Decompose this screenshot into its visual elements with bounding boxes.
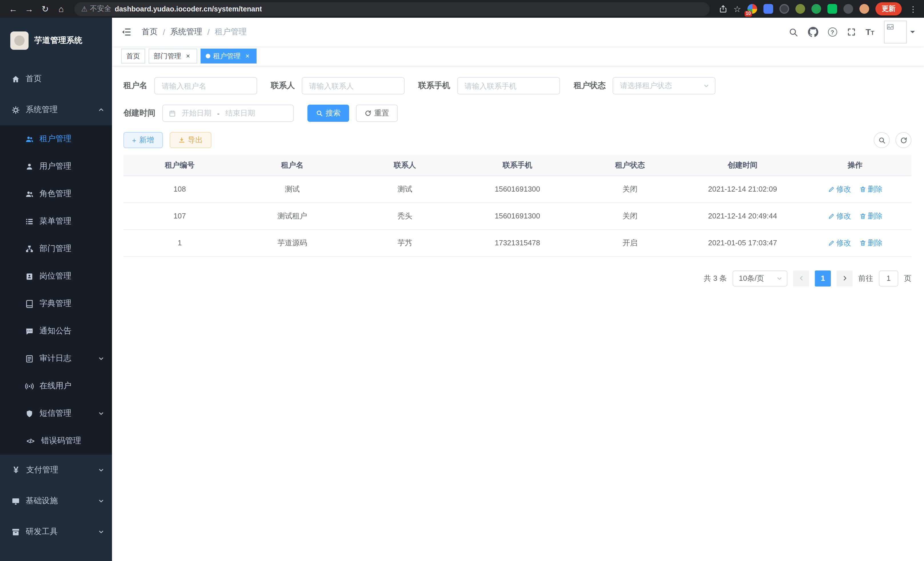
chevron-down-icon: [704, 83, 709, 89]
next-page-button[interactable]: [837, 270, 853, 286]
sidebar-item-user[interactable]: 用户管理: [0, 153, 112, 180]
extension-badge: 10: [745, 11, 752, 17]
tag-tenant[interactable]: 租户管理 ×: [201, 49, 256, 63]
home-icon: [11, 75, 20, 83]
list-icon: [25, 217, 34, 226]
sidebar-item-dept[interactable]: 部门管理: [0, 235, 112, 262]
contact-input[interactable]: [302, 77, 405, 94]
chat-icon: [25, 327, 34, 335]
broken-image-icon: [886, 23, 894, 31]
extension-icon[interactable]: [795, 4, 805, 14]
browser-reload-button[interactable]: ↻: [38, 2, 52, 16]
sidebar-item-menu[interactable]: 菜单管理: [0, 208, 112, 235]
search-button-label: 搜索: [326, 108, 340, 118]
browser-home-button[interactable]: ⌂: [54, 2, 69, 16]
not-secure-indicator[interactable]: ⚠ 不安全: [81, 4, 111, 14]
search-icon[interactable]: [788, 27, 798, 37]
extension-icon[interactable]: [812, 4, 821, 14]
tenant-name-input[interactable]: [154, 77, 257, 94]
pagination: 共 3 条 10条/页 1 前往 页: [123, 270, 911, 286]
github-icon[interactable]: [808, 27, 818, 37]
extension-icon[interactable]: [764, 4, 773, 14]
extension-icon[interactable]: [779, 4, 789, 14]
share-icon[interactable]: [718, 5, 727, 13]
col-status: 租户状态: [574, 155, 686, 176]
edit-link[interactable]: 修改: [828, 238, 851, 248]
close-icon[interactable]: ×: [184, 52, 192, 60]
search-button[interactable]: 搜索: [308, 105, 349, 122]
sidebar-item-dict[interactable]: 字典管理: [0, 290, 112, 317]
page-content: 租户名 联系人 联系手机 租户状态 请选择租户状态: [112, 66, 924, 561]
sidebar-item-role[interactable]: 角色管理: [0, 180, 112, 208]
reset-button-label: 重置: [374, 108, 389, 118]
sidebar-item-infra[interactable]: 基础设施: [0, 486, 112, 516]
close-icon[interactable]: ×: [243, 52, 251, 60]
sidebar-item-error-code[interactable]: </> 错误码管理: [0, 427, 112, 455]
extension-icon[interactable]: [827, 4, 837, 14]
reset-button[interactable]: 重置: [356, 105, 398, 122]
sidebar-item-sms[interactable]: 短信管理: [0, 400, 112, 427]
toggle-search-button[interactable]: [874, 132, 890, 148]
bookmark-star-icon[interactable]: ☆: [734, 4, 741, 14]
col-phone: 联系手机: [461, 155, 574, 176]
sidebar-item-label: 字典管理: [39, 299, 71, 309]
header: 首页 / 系统管理 / 租户管理 ? TT: [112, 18, 924, 46]
browser-actions: ☆ 10 更新 ⋮: [715, 2, 918, 15]
browser-forward-button[interactable]: →: [22, 2, 37, 16]
sidebar-item-notice[interactable]: 通知公告: [0, 317, 112, 345]
sidebar-item-system[interactable]: 系统管理: [0, 94, 112, 125]
monitor-icon: [11, 497, 20, 505]
font-size-icon[interactable]: TT: [866, 28, 874, 36]
extension-icon[interactable]: [843, 4, 853, 14]
document-icon: [25, 354, 34, 363]
sidebar-item-devtools[interactable]: 研发工具: [0, 516, 112, 547]
edit-link[interactable]: 修改: [828, 211, 851, 221]
chevron-down-icon: [98, 411, 104, 416]
delete-link[interactable]: 删除: [859, 184, 883, 194]
chevron-down-icon: [98, 529, 104, 535]
sidebar-item-home[interactable]: 首页: [0, 63, 112, 94]
goto-page-input[interactable]: [879, 270, 898, 286]
page-number-current[interactable]: 1: [815, 270, 831, 286]
user-menu[interactable]: [884, 21, 915, 44]
tag-home[interactable]: 首页: [121, 49, 145, 63]
sidebar-item-post[interactable]: 岗位管理: [0, 262, 112, 290]
status-select[interactable]: 请选择租户状态: [613, 77, 716, 94]
col-tenant-name: 租户名: [236, 155, 349, 176]
sidebar-item-payment[interactable]: ¥ 支付管理: [0, 455, 112, 486]
profile-avatar[interactable]: [860, 4, 869, 14]
cell-actions: 修改删除: [799, 202, 911, 229]
mobile-input[interactable]: [457, 77, 560, 94]
browser-menu-icon[interactable]: ⋮: [908, 4, 918, 14]
page-size-select[interactable]: 10条/页: [733, 270, 788, 286]
delete-link[interactable]: 删除: [859, 238, 883, 248]
breadcrumb-item[interactable]: 系统管理: [170, 27, 202, 37]
refresh-button[interactable]: [896, 132, 911, 148]
refresh-icon: [364, 110, 371, 117]
filter-label: 租户状态: [574, 81, 613, 91]
prev-page-button[interactable]: [793, 270, 809, 286]
logo[interactable]: 芋道管理系统: [0, 18, 112, 63]
browser-back-button[interactable]: ←: [6, 2, 21, 16]
sidebar-item-audit-log[interactable]: 审计日志: [0, 345, 112, 372]
edit-link[interactable]: 修改: [828, 184, 851, 194]
help-icon[interactable]: ?: [828, 27, 837, 37]
breadcrumb-item[interactable]: 首页: [142, 27, 158, 37]
sidebar-item-label: 短信管理: [39, 408, 71, 419]
fullscreen-icon[interactable]: [847, 27, 856, 37]
export-button[interactable]: 导出: [170, 132, 211, 148]
address-bar[interactable]: ⚠ 不安全 dashboard.yudao.iocoder.cn/system/…: [74, 2, 710, 16]
cell-phone: 15601691300: [461, 202, 574, 229]
collapse-sidebar-icon[interactable]: [121, 27, 131, 37]
extension-icon[interactable]: 10: [747, 4, 757, 14]
tag-dept[interactable]: 部门管理 ×: [148, 49, 197, 63]
cell-contact: 芋艿: [349, 229, 461, 256]
sidebar-item-online-user[interactable]: 在线用户: [0, 372, 112, 400]
delete-link[interactable]: 删除: [859, 211, 883, 221]
date-range-picker[interactable]: 开始日期 - 结束日期: [162, 105, 294, 122]
sidebar-item-tenant[interactable]: 租户管理: [0, 125, 112, 153]
chrome-update-button[interactable]: 更新: [875, 2, 902, 15]
col-actions: 操作: [799, 155, 911, 176]
add-button[interactable]: + 新增: [123, 132, 163, 148]
book-icon: [25, 299, 34, 308]
